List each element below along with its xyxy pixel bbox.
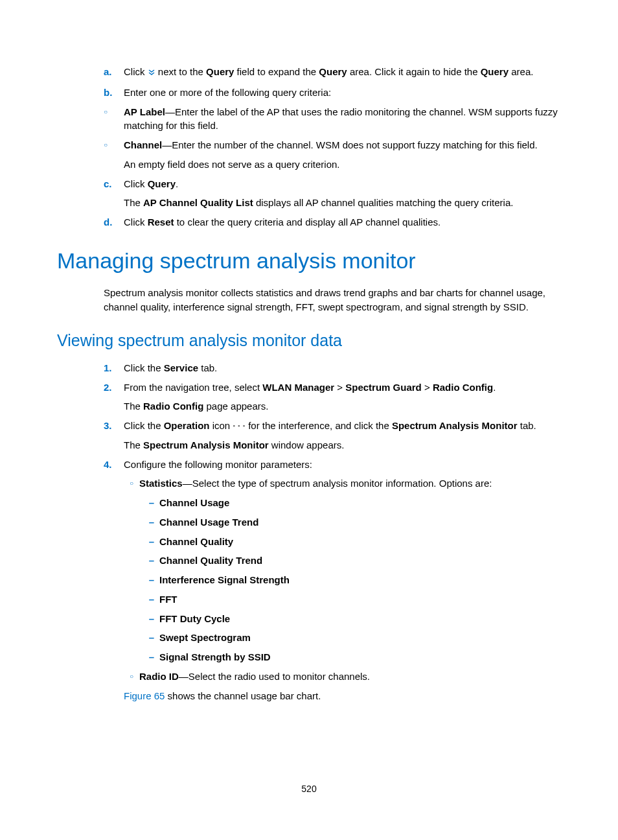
- list-marker: 1.: [104, 361, 124, 375]
- text-bold: FFT: [159, 594, 177, 605]
- list-marker: a.: [104, 65, 124, 80]
- param-radio-id: ○ Radio ID—Select the radio used to moni…: [57, 670, 561, 684]
- list-body: Click next to the Query field to expand …: [124, 65, 561, 80]
- list-body: Swept Spectrogram: [159, 631, 561, 645]
- sub-item-channel: ○ Channel—Enter the number of the channe…: [57, 138, 561, 172]
- list-body: Channel Quality Trend: [159, 554, 561, 568]
- step-2: 2. From the navigation tree, select WLAN…: [57, 380, 561, 414]
- list-body: Interference Signal Strength: [159, 573, 561, 587]
- list-marker: d.: [104, 215, 124, 229]
- circle-marker: ○: [124, 476, 139, 491]
- text-bold: Radio ID: [139, 671, 179, 682]
- text-bold: Channel: [124, 139, 162, 150]
- list-body: Radio ID—Select the radio used to monito…: [139, 670, 561, 684]
- dash-marker: –: [144, 535, 159, 549]
- list-marker: c.: [104, 177, 124, 211]
- list-body: Click Query. The AP Channel Quality List…: [124, 177, 561, 211]
- dash-marker: –: [144, 496, 159, 510]
- text-bold: Reset: [148, 216, 174, 228]
- text: .: [493, 382, 496, 393]
- text-bold: Channel Quality Trend: [159, 555, 262, 566]
- sub-text: The AP Channel Quality List displays all…: [124, 196, 561, 210]
- option-channel-quality: –Channel Quality: [57, 535, 561, 549]
- sub-text: The Spectrum Analysis Monitor window app…: [124, 438, 561, 452]
- text-bold: Radio Config: [433, 382, 493, 393]
- figure-link[interactable]: Figure 65: [124, 690, 165, 701]
- text: Click: [124, 66, 148, 77]
- text: >: [422, 382, 433, 393]
- list-marker: 2.: [104, 380, 124, 414]
- dash-marker: –: [144, 515, 159, 530]
- text-bold: Spectrum Guard: [345, 382, 422, 393]
- text: tab.: [198, 362, 217, 373]
- operation-dots-icon: ▪ ▪ ▪: [233, 422, 246, 430]
- list-body: From the navigation tree, select WLAN Ma…: [124, 380, 561, 414]
- circle-marker: ○: [104, 138, 124, 172]
- list-marker: 4.: [104, 458, 124, 472]
- text-bold: Channel Usage: [159, 497, 229, 508]
- step-4: 4. Configure the following monitor param…: [57, 458, 561, 472]
- text: for the interference, and click the: [248, 420, 392, 431]
- list-body: Figure 65 shows the channel usage bar ch…: [124, 689, 561, 703]
- text: —Select the radio used to monitor channe…: [179, 671, 370, 682]
- text: .: [176, 178, 178, 189]
- list-body: Enter one or more of the following query…: [124, 86, 561, 100]
- list-body: Click Reset to clear the query criteria …: [124, 215, 561, 229]
- text: field to expand the: [237, 66, 319, 77]
- text-bold: AP Label: [124, 106, 165, 117]
- list-body: Signal Strength by SSID: [159, 650, 561, 664]
- sub-text: The Radio Config page appears.: [124, 399, 561, 414]
- step-3: 3. Click the Operation icon ▪ ▪ ▪ for th…: [57, 419, 561, 452]
- text: —Enter the label of the AP that uses the…: [124, 106, 558, 132]
- text: next to the: [158, 66, 206, 77]
- note-text: An empty field does not serve as a query…: [124, 158, 561, 172]
- text: page appears.: [203, 401, 268, 412]
- sub-item-ap-label: ○ AP Label—Enter the label of the AP tha…: [57, 105, 561, 134]
- list-body: FFT Duty Cycle: [159, 612, 561, 626]
- dash-marker: –: [144, 612, 159, 626]
- text: Click: [124, 178, 148, 189]
- option-channel-quality-trend: –Channel Quality Trend: [57, 554, 561, 568]
- text-bold: AP Channel Quality List: [143, 197, 253, 208]
- text-bold: Query: [319, 66, 347, 77]
- option-signal-strength-by-ssid: –Signal Strength by SSID: [57, 650, 561, 664]
- text: The: [124, 197, 143, 208]
- text-bold: Channel Usage Trend: [159, 517, 258, 528]
- text-bold: Service: [164, 362, 198, 373]
- option-channel-usage: –Channel Usage: [57, 496, 561, 510]
- expand-icon: [148, 66, 155, 80]
- list-body: AP Label—Enter the label of the AP that …: [124, 105, 561, 134]
- text: displays all AP channel qualities matchi…: [253, 197, 514, 208]
- list-item-c: c. Click Query. The AP Channel Quality L…: [57, 177, 561, 211]
- text: Click the: [124, 420, 164, 431]
- text: From the navigation tree, select: [124, 382, 262, 393]
- list-body: Channel Quality: [159, 535, 561, 549]
- text-bold: WLAN Manager: [262, 382, 334, 393]
- dash-marker: –: [144, 554, 159, 568]
- dash-marker: –: [144, 631, 159, 645]
- text-bold: Spectrum Analysis Monitor: [143, 439, 269, 450]
- text: area. Click it again to hide the: [350, 66, 481, 77]
- list-marker: 3.: [104, 419, 124, 452]
- text: area.: [511, 66, 533, 77]
- list-body: Channel Usage: [159, 496, 561, 510]
- option-interference-signal-strength: –Interference Signal Strength: [57, 573, 561, 587]
- text: to clear the query criteria and display …: [174, 216, 441, 228]
- text: tab.: [518, 420, 536, 431]
- text: —Enter the number of the channel. WSM do…: [162, 139, 537, 150]
- list-item-b: b. Enter one or more of the following qu…: [57, 86, 561, 100]
- dash-marker: –: [144, 592, 159, 607]
- list-body: Statistics—Select the type of spectrum a…: [139, 476, 561, 491]
- text: window appears.: [269, 439, 345, 450]
- text: Click: [124, 216, 148, 228]
- text-bold: Query: [148, 178, 176, 189]
- list-body: FFT: [159, 592, 561, 607]
- text-bold: FFT Duty Cycle: [159, 613, 230, 624]
- dash-marker: –: [144, 650, 159, 664]
- option-fft-duty-cycle: –FFT Duty Cycle: [57, 612, 561, 626]
- paragraph: Spectrum analysis monitor collects stati…: [57, 286, 561, 314]
- text-bold: Query: [481, 66, 509, 77]
- text-bold: Spectrum Analysis Monitor: [392, 420, 518, 431]
- text-bold: Interference Signal Strength: [159, 574, 290, 585]
- heading-2: Viewing spectrum analysis monitor data: [57, 329, 561, 352]
